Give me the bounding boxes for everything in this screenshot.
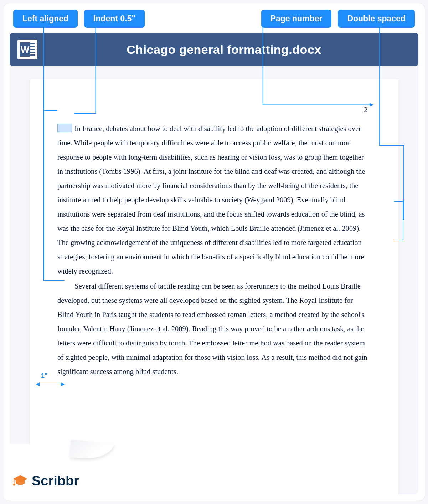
callout-page-number: Page number bbox=[261, 10, 332, 28]
body-text: In France, debates about how to deal wit… bbox=[57, 121, 371, 379]
svg-marker-1 bbox=[13, 475, 27, 483]
app-frame: Left aligned Indent 0.5" Page number Dou… bbox=[3, 3, 425, 501]
margin-arrow-icon bbox=[37, 381, 64, 386]
document-filename: Chicago general formatting.docx bbox=[37, 43, 411, 57]
indent-highlight-icon bbox=[57, 124, 72, 132]
document-area: 2 In France, debates about how to deal w… bbox=[10, 66, 418, 494]
word-icon bbox=[17, 40, 37, 59]
svg-rect-2 bbox=[14, 479, 15, 484]
svg-point-3 bbox=[13, 484, 15, 486]
paragraph-1-text: In France, debates about how to deal wit… bbox=[57, 125, 365, 275]
callout-row: Left aligned Indent 0.5" Page number Dou… bbox=[3, 10, 425, 28]
brand-name: Scribbr bbox=[32, 473, 79, 489]
callout-left-aligned: Left aligned bbox=[13, 10, 78, 28]
margin-one-inch-label: 1" bbox=[41, 372, 48, 380]
brand-badge: Scribbr bbox=[3, 444, 124, 501]
document-page: 2 In France, debates about how to deal w… bbox=[30, 79, 398, 494]
paragraph-1: In France, debates about how to deal wit… bbox=[57, 121, 371, 278]
titlebar: Chicago general formatting.docx bbox=[10, 33, 418, 66]
callout-indent: Indent 0.5" bbox=[84, 10, 145, 28]
double-space-bracket-icon bbox=[394, 201, 403, 240]
paragraph-2: Several different systems of tactile rea… bbox=[57, 279, 371, 379]
page-number: 2 bbox=[364, 105, 368, 114]
graduation-cap-icon bbox=[12, 473, 28, 489]
callout-double-spaced: Double spaced bbox=[338, 10, 415, 28]
